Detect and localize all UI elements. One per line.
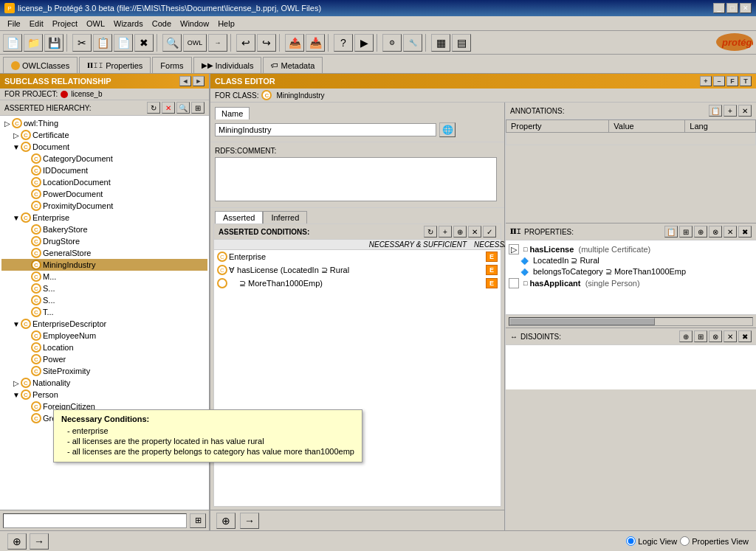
d-btn3[interactable]: ⊗ [709,330,722,342]
subclass-back-btn[interactable]: ◄ [179,76,191,86]
tree-item-m2[interactable]: C M... [1,271,207,283]
menu-code[interactable]: Code [148,18,176,30]
menu-help[interactable]: Help [213,18,239,30]
anon-conditions-btn[interactable]: ⊕ [453,226,467,238]
tab-forms[interactable]: Forms [152,57,191,73]
remove-class-btn[interactable]: – [713,76,725,86]
tree-item-t1[interactable]: C T... [1,306,207,318]
tree-item-locationdocument[interactable]: C LocationDocument [1,176,207,188]
p-btn4[interactable]: ⊗ [709,226,722,238]
save-button[interactable]: 💾 [44,34,63,52]
find-button[interactable]: 🔍 [162,34,182,52]
tree-item-enterprise[interactable]: ▼ C Enterprise [1,212,207,223]
table-button[interactable]: ▤ [452,34,471,52]
bottom-add-btn[interactable]: ⊕ [7,533,27,550]
d-btn1[interactable]: ⊕ [679,330,693,342]
e-btn-haslicense[interactable]: E [486,265,498,275]
check-conditions-btn[interactable]: ✓ [483,226,496,238]
window-controls[interactable]: _ □ ✕ [713,3,752,13]
p-btn5[interactable]: ✕ [724,226,737,238]
help-button[interactable]: ? [334,34,353,52]
tab-individuals[interactable]: ▶▶ Individuals [193,57,262,73]
import-button[interactable]: 📥 [306,34,325,52]
add-bottom-btn[interactable]: ⊕ [216,513,236,529]
e-btn-morethan[interactable]: E [486,278,498,288]
tree-item-employeenum[interactable]: C EmployeeNum [1,330,207,342]
nav-bottom-btn[interactable]: → [240,513,259,529]
refresh-icon[interactable]: ↻ [147,102,160,114]
owl1-button[interactable]: OWL [183,34,207,52]
expander-owlthing[interactable]: ▷ [3,119,12,128]
tree-item-document[interactable]: ▼ C Document [1,141,207,153]
undo-button[interactable]: ↩ [236,34,255,52]
refresh-conditions-btn[interactable]: ↻ [424,226,437,238]
tree-item-s2[interactable]: C S... [1,294,207,306]
comment-textarea[interactable] [215,157,497,201]
tab-properties[interactable]: 𝚷𝙸𝙸 Properties [79,57,151,73]
tree-item-s1[interactable]: C S... [1,283,207,294]
logic-view-radio[interactable] [626,536,636,546]
tab-asserted[interactable]: Asserted [215,211,263,223]
d-btn2[interactable]: ⊞ [694,330,707,342]
export-button[interactable]: 📤 [285,34,304,52]
new-button[interactable]: 📄 [3,34,22,52]
config1-button[interactable]: ⚙ [382,34,402,52]
tree-item-proximitydocument[interactable]: C ProximityDocument [1,200,207,212]
tree-item-bakerystore[interactable]: C BakeryStore [1,223,207,235]
p-btn3[interactable]: ⊕ [694,226,707,238]
properties-view-label[interactable]: Properties View [680,536,749,546]
menu-window[interactable]: Window [176,18,213,30]
search-hier-icon[interactable]: 🔍 [176,102,190,114]
tree-item-miningindustry[interactable]: C MiningIndustry [1,259,207,271]
p-btn1[interactable]: 📋 [664,226,678,238]
tab-metadata[interactable]: 🏷 Metadata [263,57,323,73]
bottom-nav-btn[interactable]: → [30,533,49,550]
delete-hier-icon[interactable]: ✕ [162,102,175,114]
play-button[interactable]: ▶ [354,34,374,52]
properties-view-radio[interactable] [680,536,690,546]
tree-item-certificate[interactable]: ▷ C Certificate [1,129,207,141]
add-class-btn[interactable]: + [700,76,712,86]
expand-hier-icon[interactable]: ⊞ [191,102,205,114]
menu-wizards[interactable]: Wizards [109,18,148,30]
add-conditions-btn[interactable]: + [439,226,452,238]
open-button[interactable]: 📁 [24,34,43,52]
menu-owl[interactable]: OWL [82,18,109,30]
p-btn2[interactable]: ⊞ [679,226,693,238]
menu-file[interactable]: File [3,18,25,30]
globe-button[interactable]: 🌐 [439,122,456,137]
name-tab-name[interactable]: Name [215,107,250,119]
tree-item-categorydocument[interactable]: C CategoryDocument [1,153,207,164]
menu-edit[interactable]: Edit [25,18,48,30]
props-scroll[interactable] [506,314,756,328]
add-ann-btn[interactable]: + [724,105,737,117]
name-input[interactable] [215,123,436,136]
del-ann-btn[interactable]: ✕ [738,105,752,117]
tree-item-nationality[interactable]: ▷ C Nationality [1,377,207,389]
tree-item-siteproximity[interactable]: C SiteProximity [1,365,207,377]
delete-button[interactable]: ✖ [134,34,154,52]
d-btn4[interactable]: ✕ [724,330,737,342]
paste-button[interactable]: 📄 [114,34,133,52]
tree-item-person[interactable]: ▼ C Person [1,389,207,401]
tab-owlclasses[interactable]: OWLClasses [3,57,78,73]
copy-ann-btn[interactable]: 📋 [709,105,722,117]
tree-search-button[interactable]: ⊞ [190,513,206,528]
logic-view-label[interactable]: Logic View [626,536,677,546]
config2-button[interactable]: 🔧 [403,34,422,52]
owl2-button[interactable]: → [208,34,227,52]
tree-item-iddocument[interactable]: C IDDocument [1,164,207,176]
close-button[interactable]: ✕ [740,3,752,13]
filter-class-btn[interactable]: F [726,76,738,86]
grid-button[interactable]: ▦ [431,34,450,52]
e-btn-enterprise[interactable]: E [486,252,498,262]
d-btn5[interactable]: ✖ [738,330,752,342]
cut-button[interactable]: ✂ [72,34,92,52]
tree-item-powerdocument[interactable]: C PowerDocument [1,188,207,200]
tree-item-location[interactable]: C Location [1,342,207,353]
tree-item-enterprisedesc[interactable]: ▼ C EnterpriseDescriptor [1,318,207,330]
menu-project[interactable]: Project [48,18,82,30]
tree-item-owlthing[interactable]: ▷ C owl:Thing [1,117,207,129]
tree-search-input[interactable] [3,513,187,528]
subclass-fwd-btn[interactable]: ► [193,76,205,86]
